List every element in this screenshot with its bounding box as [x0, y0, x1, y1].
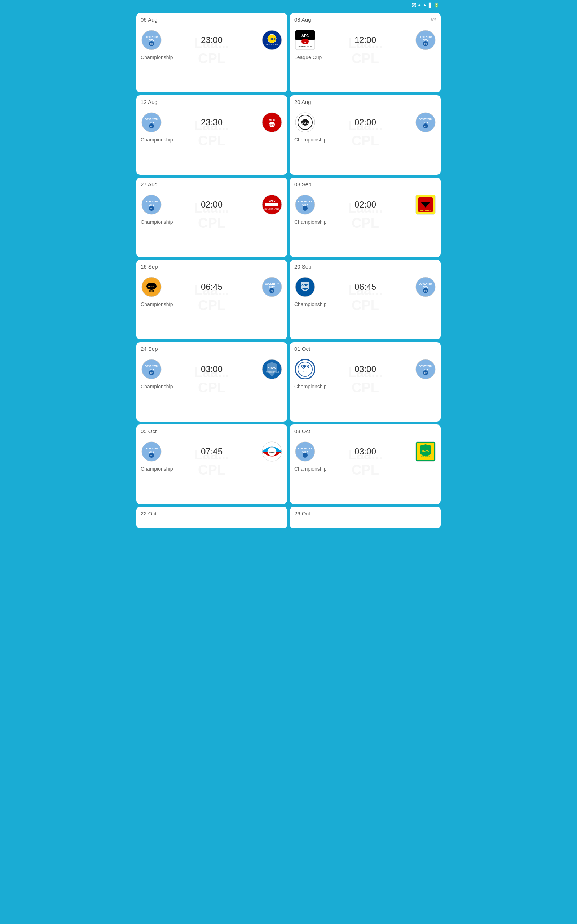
match-time: 23:30 [162, 117, 261, 128]
away-team-logo: COVENTRY CITY FC [415, 359, 436, 380]
svg-text:CITY: CITY [148, 121, 154, 124]
svg-text:BRFC: BRFC [269, 451, 275, 453]
match-card[interactable]: 27 Aug Laa...CPL COVENTRY CITY FC 02:00 … [136, 178, 287, 257]
svg-text:QPR: QPR [301, 365, 309, 368]
match-content: CCFC 06:45 COVENTRY CITY FC [294, 276, 436, 298]
away-team-logo: COVENTRY CITY FC [415, 111, 436, 133]
match-card[interactable]: 16 Sep Laa...CPL HULL 1904 06:45 COVENTR… [136, 260, 287, 339]
svg-text:CITY: CITY [302, 451, 308, 453]
match-card[interactable]: 06 Aug Laa...CPL COVENTRY CITY FC 23:00 … [136, 13, 287, 92]
svg-text:WATFORD: WATFORD [420, 209, 431, 212]
svg-text:1904: 1904 [149, 290, 154, 292]
match-content: COVENTRY CITY FC 03:00 NCFC NORWICH [294, 441, 436, 462]
svg-text:COVENTRY: COVENTRY [265, 283, 279, 285]
match-date: 12 Aug [141, 99, 283, 105]
match-card[interactable]: 05 Oct Laa...CPL COVENTRY CITY FC 07:45 … [136, 425, 287, 504]
match-content: QPR 1882 03:00 COVENTRY CITY FC [294, 359, 436, 380]
matches-grid: 06 Aug Laa...CPL COVENTRY CITY FC 23:00 … [134, 10, 443, 531]
away-team-logo: WATFORD [415, 194, 436, 215]
match-date: 01 Oct [294, 346, 436, 352]
match-card[interactable]: 22 Oct [136, 507, 287, 528]
svg-text:FC: FC [271, 290, 273, 292]
svg-text:FC: FC [150, 372, 153, 374]
away-team-logo: NCFC NORWICH [415, 441, 436, 462]
home-team-logo: COVENTRY CITY FC [141, 194, 162, 215]
match-card[interactable]: 03 Sep Laa...CPL COVENTRY CITY FC 02:00 … [290, 178, 441, 257]
match-competition: Championship [141, 219, 283, 225]
match-content: COVENTRY CITY FC 02:00 SAFC SUNDERLAND [141, 194, 283, 215]
svg-text:CITY: CITY [269, 286, 275, 288]
match-card[interactable]: 26 Oct [290, 507, 441, 528]
match-time: 12:00 [316, 35, 415, 45]
vs-label: Vs [430, 16, 436, 23]
match-competition: Championship [294, 384, 436, 389]
match-card[interactable]: 01 Oct Laa...CPL QPR 1882 03:00 COVENTRY… [290, 342, 441, 422]
away-team-logo: COVENTRY CITY FC [415, 276, 436, 298]
svg-text:COVENTRY: COVENTRY [298, 200, 312, 203]
match-card[interactable]: 12 Aug Laa...CPL COVENTRY CITY FC 23:30 … [136, 95, 287, 175]
away-team-logo: COVENTRY CITY FC [415, 29, 436, 51]
svg-text:CITY: CITY [423, 39, 429, 42]
wifi-icon: ▲ [423, 3, 427, 8]
match-card[interactable]: 20 Aug Laa...CPL SCFC 02:00 COVENTRY CIT… [290, 95, 441, 175]
match-competition: League Cup [294, 55, 436, 60]
match-date: 26 Oct [294, 510, 436, 517]
match-content: HULL 1904 06:45 COVENTRY CITY FC [141, 276, 283, 298]
svg-text:CCFC: CCFC [301, 284, 308, 287]
away-team-logo: HTAFC HUDDERSFIELD [261, 359, 283, 380]
match-content: SCFC 02:00 COVENTRY CITY FC [294, 111, 436, 133]
svg-text:FC: FC [304, 454, 306, 457]
signal-icon: ▊ [429, 3, 432, 8]
match-content: AFC W WIMBLEDON 12:00 COVENTRY CITY FC [294, 29, 436, 51]
match-card[interactable]: 20 Sep Laa...CPL CCFC 06:45 COVENTRY CIT… [290, 260, 441, 339]
match-time: 06:45 [316, 282, 415, 292]
svg-text:COVENTRY: COVENTRY [145, 447, 159, 450]
match-competition: Championship [294, 301, 436, 307]
match-date: 03 Sep [294, 181, 436, 187]
svg-text:WIMBLEDON: WIMBLEDON [298, 45, 311, 48]
svg-text:NCFC: NCFC [422, 449, 429, 452]
home-team-logo: COVENTRY CITY FC [294, 441, 316, 462]
match-competition: Championship [141, 384, 283, 389]
svg-text:SUNDERLAND: SUNDERLAND [264, 208, 279, 210]
match-card[interactable]: 24 Sep Laa...CPL COVENTRY CITY FC 03:00 … [136, 342, 287, 422]
match-card[interactable]: 08 Oct Laa...CPL COVENTRY CITY FC 03:00 … [290, 425, 441, 504]
home-team-logo: COVENTRY CITY FC [141, 29, 162, 51]
svg-text:FC: FC [424, 372, 427, 374]
svg-text:BORO: BORO [269, 124, 275, 126]
match-date: 20 Sep [294, 263, 436, 270]
away-team-logo: MFC BORO [261, 111, 283, 133]
svg-text:FC: FC [424, 290, 427, 292]
match-time: 02:00 [316, 117, 415, 128]
battery-icon: 🔋 [434, 3, 439, 8]
svg-text:COVENTRY: COVENTRY [145, 200, 159, 203]
svg-text:HUDDERSFIELD: HUDDERSFIELD [265, 371, 279, 373]
svg-text:LEICESTER: LEICESTER [266, 43, 278, 45]
svg-text:COVENTRY: COVENTRY [419, 283, 433, 285]
svg-text:FC: FC [424, 125, 427, 128]
away-team-logo: LCFC LEICESTER [261, 29, 283, 51]
home-team-logo: COVENTRY CITY FC [294, 194, 316, 215]
svg-text:SCFC: SCFC [301, 122, 308, 124]
match-date: 06 Aug [141, 16, 283, 23]
match-date: 16 Sep [141, 263, 283, 270]
svg-text:COVENTRY: COVENTRY [145, 118, 159, 121]
svg-text:CITY: CITY [148, 204, 154, 206]
match-date: 24 Sep [141, 346, 283, 352]
match-time: 06:45 [162, 282, 261, 292]
match-competition: Championship [294, 137, 436, 142]
match-time: 23:00 [162, 35, 261, 45]
svg-text:CITY: CITY [423, 286, 429, 288]
match-content: COVENTRY CITY FC 07:45 BRFC [141, 441, 283, 462]
home-team-logo: QPR 1882 [294, 359, 316, 380]
svg-text:FC: FC [150, 125, 153, 128]
svg-text:CITY: CITY [423, 121, 429, 124]
svg-text:1882: 1882 [303, 370, 308, 373]
match-competition: Championship [141, 301, 283, 307]
svg-point-78 [295, 360, 315, 379]
svg-text:NORWICH: NORWICH [421, 456, 430, 458]
svg-text:CITY: CITY [423, 368, 429, 371]
match-time: 03:00 [316, 364, 415, 374]
match-card[interactable]: Vs 08 Aug Laa...CPL AFC W WIMBLEDON 12:0… [290, 13, 441, 92]
match-date: 22 Oct [141, 510, 283, 517]
